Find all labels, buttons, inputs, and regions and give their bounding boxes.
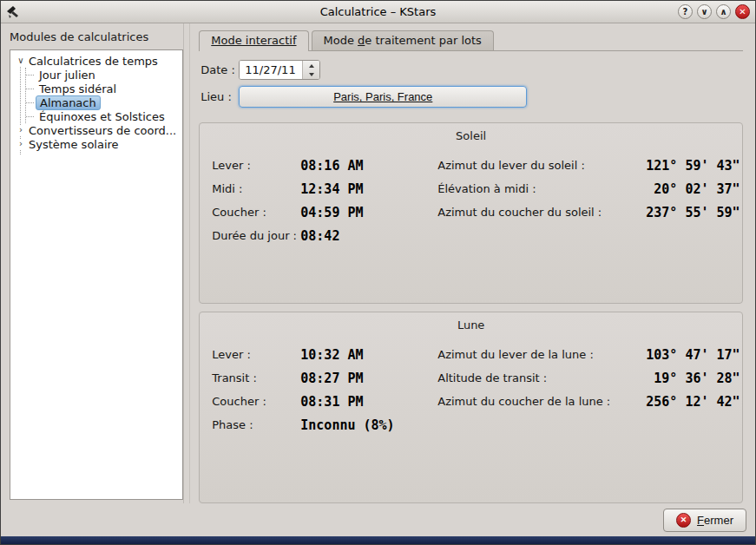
- tab-label: Mode interactif: [211, 34, 296, 47]
- tab-mode-interactif[interactable]: Mode interactif: [199, 30, 308, 51]
- tab-mode-traitement-par-lots[interactable]: Mode de traitement par lots: [312, 30, 494, 50]
- info-value: 256° 12' 42": [646, 390, 756, 413]
- info-label: [437, 224, 646, 247]
- fermer-label: Fermer: [697, 514, 733, 527]
- maximize-button[interactable]: ∧: [716, 4, 731, 19]
- expander-open-icon[interactable]: ∨: [16, 56, 26, 66]
- info-value: 19° 36' 28": [646, 366, 756, 390]
- info-label: Azimut du coucher du soleil :: [437, 200, 646, 224]
- info-value: 237° 55' 59": [646, 200, 756, 224]
- button-bar: ✕ Fermer: [1, 503, 755, 536]
- tree-item-convertisseurs-de-coordonnees[interactable]: › Convertisseurs de coord...: [16, 123, 179, 137]
- bottom-panel-strip: [1, 536, 755, 544]
- date-label: Date :: [201, 63, 239, 76]
- info-label: Azimut du coucher de la lune :: [437, 390, 646, 413]
- tree-item-label: Équinoxes et Solstices: [36, 110, 168, 123]
- info-label: Transit :: [212, 366, 300, 390]
- tree-item-equinoxes-et-solstices[interactable]: Équinoxes et Solstices: [26, 109, 179, 123]
- info-label: Lever :: [212, 154, 300, 177]
- moon-groupbox: Lune Lever : 10:32 AM Azimut du lever de…: [199, 312, 743, 503]
- app-icon: [6, 5, 20, 19]
- date-input[interactable]: [240, 61, 302, 79]
- arrow-down-icon: [309, 73, 314, 76]
- info-value: 08:42: [300, 224, 437, 247]
- titlebar[interactable]: Calculatrice – KStars ? ∨ ∧ ✕: [1, 1, 755, 23]
- expander-closed-icon[interactable]: ›: [16, 139, 26, 149]
- tab-label: Mode de traitement par lots: [324, 34, 482, 47]
- info-label: Azimut du lever du soleil :: [437, 154, 646, 177]
- tree-children: Jour julien Temps sidéral Almanach Équin…: [25, 68, 179, 123]
- info-value: [646, 413, 756, 437]
- info-value: 04:59 PM: [300, 200, 437, 224]
- help-button[interactable]: ?: [678, 4, 693, 19]
- tree-item-calculatrices-de-temps[interactable]: ∨ Calculatrices de temps: [16, 54, 179, 68]
- sun-group-title: Soleil: [212, 129, 730, 142]
- tree-item-label: Jour julien: [36, 69, 98, 82]
- info-label: Altitude de transit :: [437, 366, 646, 390]
- spin-down-button[interactable]: [303, 70, 319, 80]
- expander-closed-icon[interactable]: ›: [16, 125, 26, 135]
- info-value: 121° 59' 43": [646, 154, 756, 177]
- tree-item-label: Convertisseurs de coord...: [26, 124, 179, 137]
- tree-item-temps-sideral[interactable]: Temps sidéral: [26, 82, 179, 95]
- info-value: 08:27 PM: [300, 366, 437, 390]
- form-area: Date : Lieu : Paris, Paris, France: [201, 60, 741, 114]
- info-label: Élévation à midi :: [437, 177, 646, 200]
- info-value: 10:32 AM: [300, 343, 437, 366]
- info-label: [437, 413, 646, 437]
- minimize-button[interactable]: ∨: [697, 4, 712, 19]
- kstars-calculator-window: Calculatrice – KStars ? ∨ ∧ ✕ Modules de…: [0, 0, 756, 545]
- info-label: Lever :: [212, 343, 300, 366]
- info-label: Midi :: [212, 177, 300, 200]
- spin-up-button[interactable]: [303, 61, 319, 70]
- fermer-button[interactable]: ✕ Fermer: [663, 509, 746, 532]
- info-value: 12:34 PM: [300, 177, 437, 200]
- sidebar-title: Modules de calculatrices: [10, 30, 183, 46]
- moon-group-title: Lune: [212, 318, 730, 332]
- tab-bar: Mode interactif Mode de traitement par l…: [199, 29, 743, 51]
- location-button[interactable]: Paris, Paris, France: [239, 86, 527, 108]
- info-label: Durée du jour :: [212, 224, 300, 247]
- module-tree: ∨ Calculatrices de temps Jour julien Tem…: [10, 49, 183, 500]
- tree-item-label: Système solaire: [26, 138, 122, 151]
- window-title: Calculatrice – KStars: [1, 5, 755, 18]
- splitter-handle[interactable]: [183, 23, 190, 503]
- moon-info-grid: Lever : 10:32 AM Azimut du lever de la l…: [212, 343, 730, 437]
- info-value: 103° 47' 17": [646, 343, 756, 366]
- close-x-icon: ✕: [676, 513, 691, 528]
- tree-item-systeme-solaire[interactable]: › Système solaire: [16, 137, 179, 151]
- info-label: Coucher :: [212, 200, 300, 224]
- location-value: Paris, Paris, France: [333, 90, 432, 103]
- tree-item-almanach[interactable]: Almanach: [26, 95, 179, 109]
- tree-item-jour-julien[interactable]: Jour julien: [26, 68, 179, 82]
- info-label: Coucher :: [212, 390, 300, 413]
- location-label: Lieu :: [201, 90, 239, 103]
- info-value: [646, 224, 756, 247]
- content-area: Modules de calculatrices ∨ Calculatrices…: [1, 23, 755, 503]
- main-panel: Mode interactif Mode de traitement par l…: [190, 23, 755, 503]
- date-spinbox: [239, 60, 320, 80]
- info-value: 08:16 AM: [300, 154, 437, 177]
- tree-item-label-selected: Almanach: [36, 95, 101, 110]
- sun-info-grid: Lever : 08:16 AM Azimut du lever du sole…: [212, 154, 730, 247]
- close-window-button[interactable]: ✕: [735, 4, 750, 19]
- info-label: Azimut du lever de la lune :: [437, 343, 646, 366]
- tree-item-label: Temps sidéral: [36, 82, 119, 95]
- info-value: Inconnu (8%): [300, 413, 437, 437]
- sun-groupbox: Soleil Lever : 08:16 AM Azimut du lever …: [199, 122, 743, 304]
- tree-item-label: Calculatrices de temps: [26, 55, 161, 68]
- sidebar: Modules de calculatrices ∨ Calculatrices…: [1, 23, 183, 503]
- arrow-up-icon: [309, 64, 314, 68]
- info-value: 20° 02' 37": [646, 177, 756, 200]
- info-value: 08:31 PM: [300, 390, 437, 413]
- info-label: Phase :: [212, 413, 300, 437]
